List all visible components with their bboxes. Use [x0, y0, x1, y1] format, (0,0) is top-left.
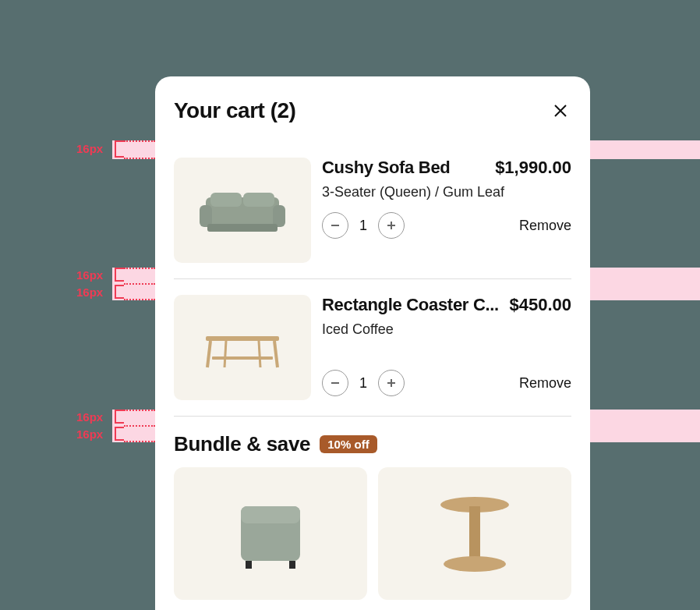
svg-rect-2 [273, 205, 285, 227]
svg-line-8 [207, 341, 210, 367]
svg-rect-6 [206, 336, 279, 341]
spacing-bracket-1 [115, 140, 124, 158]
spacing-bracket-3a [115, 410, 124, 424]
plus-icon [386, 378, 397, 388]
bundle-badge: 10% off [320, 435, 377, 453]
close-button[interactable] [550, 100, 571, 122]
plus-icon [386, 220, 397, 231]
cart-title: Your cart (2) [174, 98, 295, 123]
svg-line-11 [259, 341, 260, 367]
spacing-dots-3c [124, 441, 155, 442]
divider [174, 278, 571, 279]
remove-link[interactable]: Remove [519, 218, 571, 234]
svg-rect-5 [207, 224, 278, 232]
spacing-dots-2a [124, 268, 155, 269]
spacing-dots-2c [124, 299, 155, 300]
spacing-dots-2b [124, 283, 155, 285]
side-table-icon [424, 483, 525, 584]
ottoman-icon [224, 491, 317, 576]
spacing-label-3b: 16px [76, 427, 103, 441]
bundle-header: Bundle & save 10% off [155, 432, 590, 456]
svg-rect-4 [243, 193, 274, 207]
svg-rect-14 [246, 561, 252, 569]
item-thumbnail[interactable] [174, 295, 311, 400]
bundle-row [155, 456, 590, 600]
minus-icon [330, 220, 341, 231]
spacing-bracket-2a [115, 268, 124, 282]
cart-item: Cushy Sofa Bed $1,990.00 3-Seater (Queen… [155, 158, 590, 263]
minus-icon [330, 378, 341, 388]
spacing-bracket-2b [115, 285, 124, 299]
cart-panel: Your cart (2) Cushy Sofa Bed $1,990.00 3… [155, 76, 590, 610]
spacing-label-2b: 16px [76, 285, 103, 299]
item-name: Cushy Sofa Bed [322, 158, 451, 178]
bundle-card[interactable] [378, 467, 571, 600]
item-variant: 3-Seater (Queen) / Gum Leaf [322, 183, 525, 201]
qty-value: 1 [359, 218, 367, 234]
quantity-stepper: 1 [322, 370, 405, 396]
spacing-dots-1b [124, 158, 155, 159]
svg-line-10 [224, 341, 226, 367]
close-icon [551, 101, 570, 120]
bundle-card[interactable] [174, 467, 367, 600]
bundle-title: Bundle & save [174, 432, 310, 456]
sofa-icon [192, 183, 293, 238]
item-thumbnail[interactable] [174, 158, 311, 263]
svg-point-18 [444, 556, 506, 572]
spacing-dots-3a [124, 410, 155, 411]
qty-decrease-button[interactable] [322, 370, 348, 396]
item-name: Rectangle Coaster C... [322, 295, 499, 315]
svg-rect-3 [210, 193, 242, 207]
svg-rect-17 [469, 506, 480, 561]
item-variant: Iced Coffee [322, 320, 525, 339]
spacing-bracket-3b [115, 427, 124, 441]
qty-decrease-button[interactable] [322, 212, 348, 239]
qty-increase-button[interactable] [378, 212, 405, 239]
spacing-dots-3b [124, 425, 155, 427]
svg-rect-13 [241, 506, 300, 523]
spacing-dots-1a [124, 140, 155, 142]
spacing-label-3a: 16px [76, 410, 103, 424]
svg-line-9 [274, 341, 278, 367]
table-icon [192, 321, 293, 375]
spacing-label-2a: 16px [76, 268, 103, 282]
spacing-label-1: 16px [76, 142, 103, 155]
quantity-stepper: 1 [322, 212, 405, 239]
item-price: $1,990.00 [495, 158, 571, 178]
item-price: $450.00 [509, 295, 571, 315]
qty-increase-button[interactable] [378, 370, 405, 396]
svg-rect-15 [289, 561, 295, 569]
svg-rect-1 [200, 205, 212, 227]
cart-item: Rectangle Coaster C... $450.00 Iced Coff… [155, 295, 590, 400]
cart-header: Your cart (2) [155, 76, 590, 139]
svg-rect-7 [212, 356, 273, 360]
item-body: Cushy Sofa Bed $1,990.00 3-Seater (Queen… [322, 158, 571, 263]
remove-link[interactable]: Remove [519, 375, 571, 392]
qty-value: 1 [359, 375, 367, 392]
divider [174, 416, 571, 417]
item-body: Rectangle Coaster C... $450.00 Iced Coff… [322, 295, 571, 400]
